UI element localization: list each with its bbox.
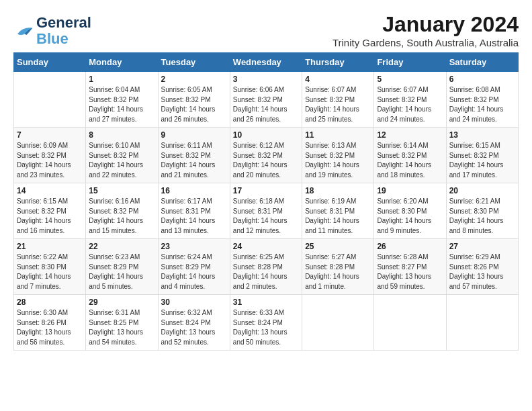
day-info: Sunrise: 6:31 AMSunset: 8:25 PMDaylight:… bbox=[89, 308, 154, 347]
day-cell: 4Sunrise: 6:07 AMSunset: 8:32 PMDaylight… bbox=[302, 72, 374, 128]
day-number: 21 bbox=[17, 242, 83, 251]
page-subtitle: Trinity Gardens, South Australia, Austra… bbox=[332, 37, 519, 48]
day-number: 19 bbox=[377, 186, 443, 195]
week-row-3: 14Sunrise: 6:15 AMSunset: 8:32 PMDayligh… bbox=[14, 183, 519, 239]
day-cell: 12Sunrise: 6:14 AMSunset: 8:32 PMDayligh… bbox=[374, 128, 446, 183]
day-cell: 13Sunrise: 6:15 AMSunset: 8:32 PMDayligh… bbox=[446, 128, 518, 183]
day-info: Sunrise: 6:29 AMSunset: 8:26 PMDaylight:… bbox=[449, 253, 515, 291]
day-info: Sunrise: 6:05 AMSunset: 8:32 PMDaylight:… bbox=[161, 85, 227, 124]
day-cell: 17Sunrise: 6:18 AMSunset: 8:31 PMDayligh… bbox=[230, 183, 302, 239]
day-number: 14 bbox=[17, 186, 83, 195]
day-number: 18 bbox=[305, 186, 371, 195]
day-info: Sunrise: 6:17 AMSunset: 8:31 PMDaylight:… bbox=[161, 197, 227, 236]
day-cell: 29Sunrise: 6:31 AMSunset: 8:25 PMDayligh… bbox=[86, 295, 158, 351]
col-header-sunday: Sunday bbox=[14, 53, 86, 72]
day-number: 11 bbox=[305, 130, 371, 140]
day-number: 9 bbox=[161, 130, 227, 140]
logo-bird-icon bbox=[13, 25, 34, 37]
header-row: SundayMondayTuesdayWednesdayThursdayFrid… bbox=[14, 53, 519, 72]
day-info: Sunrise: 6:09 AMSunset: 8:32 PMDaylight:… bbox=[17, 141, 83, 180]
day-number: 22 bbox=[89, 242, 154, 251]
day-number: 13 bbox=[449, 130, 515, 140]
col-header-thursday: Thursday bbox=[302, 53, 374, 72]
day-info: Sunrise: 6:15 AMSunset: 8:32 PMDaylight:… bbox=[449, 141, 515, 180]
day-number: 1 bbox=[89, 75, 154, 84]
day-cell: 20Sunrise: 6:21 AMSunset: 8:30 PMDayligh… bbox=[446, 183, 518, 239]
day-cell: 25Sunrise: 6:27 AMSunset: 8:28 PMDayligh… bbox=[302, 239, 374, 295]
week-row-5: 28Sunrise: 6:30 AMSunset: 8:26 PMDayligh… bbox=[14, 295, 519, 351]
day-info: Sunrise: 6:33 AMSunset: 8:24 PMDaylight:… bbox=[233, 308, 299, 347]
day-info: Sunrise: 6:28 AMSunset: 8:27 PMDaylight:… bbox=[377, 253, 443, 291]
week-row-1: 1Sunrise: 6:04 AMSunset: 8:32 PMDaylight… bbox=[14, 72, 519, 128]
day-number: 26 bbox=[377, 242, 443, 251]
day-number: 28 bbox=[17, 298, 83, 307]
day-info: Sunrise: 6:07 AMSunset: 8:32 PMDaylight:… bbox=[377, 85, 443, 124]
day-cell: 19Sunrise: 6:20 AMSunset: 8:30 PMDayligh… bbox=[374, 183, 446, 239]
day-number: 2 bbox=[161, 75, 227, 84]
day-info: Sunrise: 6:16 AMSunset: 8:32 PMDaylight:… bbox=[89, 197, 154, 236]
day-number: 27 bbox=[449, 242, 515, 251]
day-info: Sunrise: 6:20 AMSunset: 8:30 PMDaylight:… bbox=[377, 197, 443, 236]
day-number: 30 bbox=[161, 298, 227, 307]
day-number: 10 bbox=[233, 130, 299, 140]
day-info: Sunrise: 6:19 AMSunset: 8:31 PMDaylight:… bbox=[305, 197, 371, 236]
day-cell bbox=[302, 295, 374, 351]
day-number: 24 bbox=[233, 242, 299, 251]
day-info: Sunrise: 6:22 AMSunset: 8:30 PMDaylight:… bbox=[17, 253, 83, 291]
day-number: 23 bbox=[161, 242, 227, 251]
day-cell: 22Sunrise: 6:23 AMSunset: 8:29 PMDayligh… bbox=[86, 239, 158, 295]
day-number: 20 bbox=[449, 186, 515, 195]
col-header-tuesday: Tuesday bbox=[158, 53, 230, 72]
day-number: 8 bbox=[89, 130, 154, 140]
day-cell: 15Sunrise: 6:16 AMSunset: 8:32 PMDayligh… bbox=[86, 183, 158, 239]
day-number: 31 bbox=[233, 298, 299, 307]
day-cell: 31Sunrise: 6:33 AMSunset: 8:24 PMDayligh… bbox=[230, 295, 302, 351]
day-cell: 28Sunrise: 6:30 AMSunset: 8:26 PMDayligh… bbox=[14, 295, 86, 351]
day-info: Sunrise: 6:27 AMSunset: 8:28 PMDaylight:… bbox=[305, 253, 371, 291]
day-number: 7 bbox=[17, 130, 83, 140]
day-number: 15 bbox=[89, 186, 154, 195]
week-row-4: 21Sunrise: 6:22 AMSunset: 8:30 PMDayligh… bbox=[14, 239, 519, 295]
logo: General Blue bbox=[13, 15, 91, 47]
day-info: Sunrise: 6:14 AMSunset: 8:32 PMDaylight:… bbox=[377, 141, 443, 180]
col-header-wednesday: Wednesday bbox=[230, 53, 302, 72]
day-info: Sunrise: 6:18 AMSunset: 8:31 PMDaylight:… bbox=[233, 197, 299, 236]
day-cell: 30Sunrise: 6:32 AMSunset: 8:24 PMDayligh… bbox=[158, 295, 230, 351]
col-header-monday: Monday bbox=[86, 53, 158, 72]
day-info: Sunrise: 6:10 AMSunset: 8:32 PMDaylight:… bbox=[89, 141, 154, 180]
day-number: 25 bbox=[305, 242, 371, 251]
day-cell bbox=[14, 72, 86, 128]
header: General Blue January 2024 Trinity Garden… bbox=[13, 12, 519, 48]
col-header-friday: Friday bbox=[374, 53, 446, 72]
day-cell: 2Sunrise: 6:05 AMSunset: 8:32 PMDaylight… bbox=[158, 72, 230, 128]
calendar-table: SundayMondayTuesdayWednesdayThursdayFrid… bbox=[13, 52, 519, 351]
day-number: 5 bbox=[377, 75, 443, 84]
page-title: January 2024 bbox=[332, 12, 519, 37]
col-header-saturday: Saturday bbox=[446, 53, 518, 72]
day-info: Sunrise: 6:21 AMSunset: 8:30 PMDaylight:… bbox=[449, 197, 515, 236]
day-number: 16 bbox=[161, 186, 227, 195]
day-cell: 18Sunrise: 6:19 AMSunset: 8:31 PMDayligh… bbox=[302, 183, 374, 239]
day-cell: 7Sunrise: 6:09 AMSunset: 8:32 PMDaylight… bbox=[14, 128, 86, 183]
day-info: Sunrise: 6:06 AMSunset: 8:32 PMDaylight:… bbox=[233, 85, 299, 124]
day-info: Sunrise: 6:25 AMSunset: 8:28 PMDaylight:… bbox=[233, 253, 299, 291]
day-cell: 21Sunrise: 6:22 AMSunset: 8:30 PMDayligh… bbox=[14, 239, 86, 295]
title-block: January 2024 Trinity Gardens, South Aust… bbox=[332, 12, 519, 48]
day-cell: 24Sunrise: 6:25 AMSunset: 8:28 PMDayligh… bbox=[230, 239, 302, 295]
day-info: Sunrise: 6:32 AMSunset: 8:24 PMDaylight:… bbox=[161, 308, 227, 347]
day-cell: 11Sunrise: 6:13 AMSunset: 8:32 PMDayligh… bbox=[302, 128, 374, 183]
day-number: 6 bbox=[449, 75, 515, 84]
day-cell: 9Sunrise: 6:11 AMSunset: 8:32 PMDaylight… bbox=[158, 128, 230, 183]
day-info: Sunrise: 6:11 AMSunset: 8:32 PMDaylight:… bbox=[161, 141, 227, 180]
day-number: 17 bbox=[233, 186, 299, 195]
day-cell: 6Sunrise: 6:08 AMSunset: 8:32 PMDaylight… bbox=[446, 72, 518, 128]
day-cell: 10Sunrise: 6:12 AMSunset: 8:32 PMDayligh… bbox=[230, 128, 302, 183]
day-info: Sunrise: 6:15 AMSunset: 8:32 PMDaylight:… bbox=[17, 197, 83, 236]
day-cell: 27Sunrise: 6:29 AMSunset: 8:26 PMDayligh… bbox=[446, 239, 518, 295]
day-info: Sunrise: 6:13 AMSunset: 8:32 PMDaylight:… bbox=[305, 141, 371, 180]
day-info: Sunrise: 6:08 AMSunset: 8:32 PMDaylight:… bbox=[449, 85, 515, 124]
day-cell: 16Sunrise: 6:17 AMSunset: 8:31 PMDayligh… bbox=[158, 183, 230, 239]
day-number: 4 bbox=[305, 75, 371, 84]
page: General Blue January 2024 Trinity Garden… bbox=[0, 0, 532, 360]
week-row-2: 7Sunrise: 6:09 AMSunset: 8:32 PMDaylight… bbox=[14, 128, 519, 183]
